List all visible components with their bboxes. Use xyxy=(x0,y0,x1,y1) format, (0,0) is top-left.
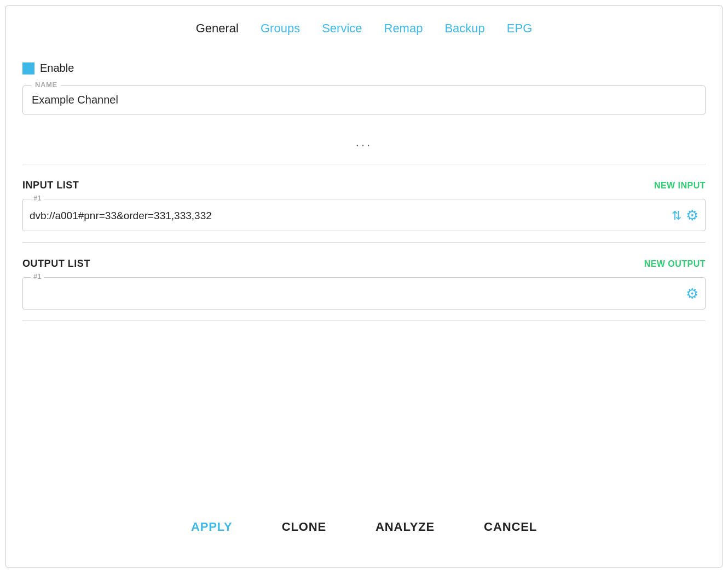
input-list-title: INPUT LIST xyxy=(22,180,79,191)
input-item-1: #1 ⇅ ⚙ xyxy=(22,199,706,231)
output-gear-icon[interactable]: ⚙ xyxy=(686,285,698,302)
tab-remap[interactable]: Remap xyxy=(384,21,423,36)
input-item-1-row: ⇅ ⚙ xyxy=(30,207,698,224)
output-list-title: OUTPUT LIST xyxy=(22,258,90,270)
enable-checkbox[interactable] xyxy=(22,62,34,75)
output-item-1: #1 ⚙ xyxy=(22,277,706,310)
enable-label: Enable xyxy=(40,62,74,75)
tab-epg[interactable]: EPG xyxy=(507,21,532,36)
divider-2 xyxy=(22,242,706,243)
name-fieldset: NAME xyxy=(22,85,706,114)
analyze-button[interactable]: ANALYZE xyxy=(365,514,446,540)
tab-service[interactable]: Service xyxy=(322,21,362,36)
apply-button[interactable]: APPLY xyxy=(180,514,244,540)
input-list-header: INPUT LIST NEW INPUT xyxy=(22,180,706,191)
tab-general[interactable]: General xyxy=(196,21,239,36)
ellipsis-area: ... xyxy=(22,125,706,159)
clone-button[interactable]: CLONE xyxy=(271,514,337,540)
new-output-button[interactable]: NEW OUTPUT xyxy=(644,259,706,269)
tab-groups[interactable]: Groups xyxy=(261,21,300,36)
tab-navigation: General Groups Service Remap Backup EPG xyxy=(22,6,706,49)
name-input[interactable] xyxy=(32,86,696,106)
input-gear-icon[interactable]: ⚙ xyxy=(686,207,698,224)
output-item-1-field[interactable] xyxy=(30,286,681,302)
new-input-button[interactable]: NEW INPUT xyxy=(654,181,706,191)
divider-1 xyxy=(22,164,706,164)
sort-icon[interactable]: ⇅ xyxy=(672,209,681,223)
tab-backup[interactable]: Backup xyxy=(444,21,484,36)
input-item-1-field[interactable] xyxy=(30,208,667,224)
output-item-1-number: #1 xyxy=(31,272,44,280)
input-item-1-number: #1 xyxy=(31,194,44,202)
output-item-1-row: ⚙ xyxy=(30,285,698,302)
enable-row: Enable xyxy=(22,62,706,75)
name-legend: NAME xyxy=(32,81,61,89)
ellipsis-text: ... xyxy=(356,135,372,150)
bottom-actions: APPLY CLONE ANALYZE CANCEL xyxy=(22,492,706,551)
cancel-button[interactable]: CANCEL xyxy=(473,514,548,540)
output-list-header: OUTPUT LIST NEW OUTPUT xyxy=(22,258,706,270)
divider-3 xyxy=(22,320,706,321)
